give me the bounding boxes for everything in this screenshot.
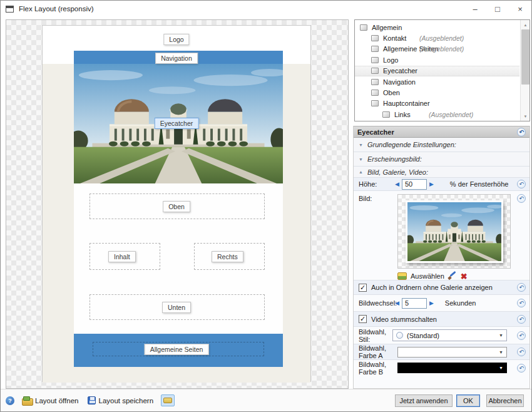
reset-icon[interactable]: ↶ [517, 364, 526, 373]
video-checkbox[interactable]: ✓ [359, 315, 367, 323]
chevron-down-icon: ▼ [359, 143, 363, 147]
layout-oeffnen-button[interactable]: Layout öffnen [35, 397, 79, 404]
reset-icon[interactable]: ↶ [517, 180, 526, 188]
reset-icon[interactable]: ↶ [517, 283, 526, 292]
reset-icon[interactable]: ↶ [517, 348, 526, 356]
tree-item-logo[interactable]: Logo [355, 54, 519, 65]
image-thumbnail[interactable] [406, 200, 503, 263]
tree-item-label: Navigation [383, 78, 416, 86]
section-erscheinungsbild[interactable]: ▼ Erscheinungsbild: [354, 152, 529, 167]
help-icon[interactable]: ? [6, 396, 14, 405]
tree-item-links[interactable]: Links (Ausgeblendet) [355, 109, 519, 120]
tree-item-label: Links [394, 111, 411, 118]
spin-down-icon[interactable]: ◀ [392, 300, 402, 306]
reset-icon[interactable]: ↶ [517, 331, 526, 340]
layer-icon [371, 68, 379, 74]
tree-item-hauptcontainer[interactable]: Hauptcontainer [355, 98, 519, 109]
section-bild-galerie-video[interactable]: ▲ Bild, Galerie, Video: [354, 167, 529, 178]
section-grundlegende-einstellungen[interactable]: ▼ Grundlegende Einstellungen: [354, 138, 529, 152]
layout-speichern-button[interactable]: Layout speichern [99, 397, 154, 404]
minimize-button[interactable]: – [464, 1, 486, 17]
scroll-up-icon[interactable]: ▲ [521, 20, 530, 29]
row-video-checkbox: ✓ Video stummschalten ↶ [354, 312, 529, 327]
image-thumbnail-frame[interactable] [397, 194, 511, 269]
hidden-badge: (Ausgeblendet) [419, 45, 464, 53]
layer-icon [382, 111, 390, 118]
bildwechsel-unit: Sekunden [445, 299, 476, 307]
preview-page: Logo Navigation Eyecatcher Oben Inhalt R… [42, 25, 311, 382]
galerie-checkbox[interactable]: ✓ [359, 284, 367, 292]
spin-down-icon[interactable]: ◀ [392, 181, 402, 187]
galerie-checkbox-label: Auch in Ordnern ohne Galerie anzeigen [371, 284, 493, 291]
tree-scrollbar[interactable]: ▲ ▼ [520, 20, 529, 121]
label-rechts[interactable]: Rechts [212, 251, 243, 262]
layer-icon [371, 35, 379, 41]
reset-icon[interactable]: ↶ [517, 194, 526, 203]
tree-item-allgemeine-seiten[interactable]: Allgemeine Seiten (Ausgeblendet) [355, 44, 519, 54]
component-tree: Allgemein Kontakt (Ausgeblendet) Allgeme… [354, 19, 530, 121]
section-label: Grundlegende Einstellungen: [367, 141, 456, 148]
layer-icon [371, 100, 379, 106]
label-eyecatcher[interactable]: Eyecatcher [155, 118, 199, 129]
reset-icon[interactable]: ↶ [517, 299, 526, 307]
properties-title: Eyecatcher [357, 128, 394, 136]
scrollbar-thumb[interactable] [521, 29, 529, 85]
chevron-up-icon: ▲ [359, 170, 363, 174]
hoehe-unit: % der Fensterhöhe [450, 180, 509, 188]
tree-item-eyecatcher[interactable]: Eyecatcher [355, 66, 519, 76]
label-logo[interactable]: Logo [163, 34, 189, 45]
label-navigation[interactable]: Navigation [155, 53, 198, 64]
maximize-button[interactable]: □ [486, 1, 509, 17]
keyboard-icon [163, 398, 172, 403]
farbe-a-label: Bildwahl, Farbe A [354, 344, 397, 359]
row-galerie-checkbox: ✓ Auch in Ordnern ohne Galerie anzeigen … [354, 281, 529, 295]
chevron-down-icon: ▼ [359, 157, 363, 162]
label-inhalt[interactable]: Inhalt [108, 251, 136, 262]
label-unten[interactable]: Unten [162, 302, 191, 313]
farbe-b-dropdown[interactable]: ▼ [397, 363, 507, 373]
edit-brush-icon[interactable] [448, 272, 457, 281]
layer-icon [371, 46, 379, 52]
tree-item-label: Oben [383, 89, 400, 96]
close-button[interactable]: × [509, 1, 531, 17]
tree-item-navigation[interactable]: Navigation [355, 76, 519, 87]
farbe-a-dropdown[interactable]: ▼ [397, 347, 507, 358]
abbrechen-button[interactable]: Abbrechen [486, 394, 524, 407]
jetzt-anwenden-button[interactable]: Jetzt anwenden [395, 394, 453, 407]
layout-preview-canvas: Logo Navigation Eyecatcher Oben Inhalt R… [6, 19, 349, 389]
stil-dropdown[interactable]: (Standard) ▼ [392, 329, 507, 341]
tree-item-kontakt[interactable]: Kontakt (Ausgeblendet) [355, 33, 519, 43]
hoehe-input[interactable] [402, 179, 427, 190]
observatory-photo [407, 202, 501, 261]
ok-button[interactable]: OK [456, 394, 480, 407]
tree-item-oben[interactable]: Oben [355, 87, 519, 98]
tree-item-allgemein[interactable]: Allgemein [355, 22, 519, 33]
bildwechsel-input[interactable] [402, 298, 427, 309]
bottom-bar: ? Layout öffnen Layout speichern Jetzt a… [1, 389, 531, 411]
save-floppy-icon [88, 396, 96, 404]
layer-icon [371, 57, 379, 63]
reset-icon[interactable]: ↶ [517, 128, 526, 136]
scroll-down-icon[interactable]: ▼ [521, 111, 530, 121]
spin-up-icon[interactable]: ▶ [427, 181, 436, 187]
title-bar: Flex Layout (responsiv) – □ × [1, 1, 531, 17]
properties-header: Eyecatcher ↶ [354, 126, 529, 138]
layer-icon [360, 24, 367, 31]
label-oben[interactable]: Oben [163, 201, 190, 212]
section-label: Bild, Galerie, Video: [367, 168, 428, 176]
tree-item-label: Hauptcontainer [383, 100, 430, 107]
auswaehlen-button[interactable]: Auswählen [411, 272, 444, 280]
tree-item-label: Kontakt [383, 34, 406, 42]
preview-toggle-button[interactable] [161, 394, 175, 406]
chevron-down-icon: ▼ [499, 350, 503, 354]
check-icon: ✓ [360, 315, 366, 323]
remove-image-icon[interactable]: ✖ [461, 272, 468, 281]
section-label: Erscheinungsbild: [367, 155, 422, 163]
properties-panel: Eyecatcher ↶ ▼ Grundlegende Einstellunge… [353, 126, 530, 389]
layer-icon [371, 79, 379, 85]
reset-icon[interactable]: ↶ [517, 315, 526, 324]
hidden-badge: (Ausgeblendet) [419, 34, 464, 42]
label-allgemeine-seiten[interactable]: Allgemeine Seiten [145, 344, 209, 355]
hidden-badge: (Ausgeblendet) [429, 111, 473, 118]
spin-up-icon[interactable]: ▶ [427, 300, 436, 306]
